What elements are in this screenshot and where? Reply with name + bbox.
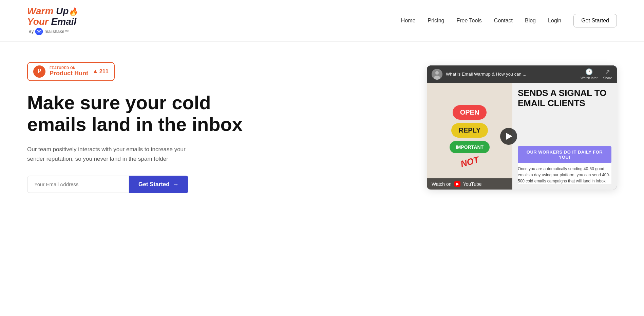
mailshake-label: mailshake™ (44, 29, 69, 34)
play-button[interactable] (500, 128, 517, 145)
svg-rect-0 (35, 28, 43, 35)
youtube-text: YouTube (463, 181, 482, 187)
video-avatar (432, 69, 442, 80)
watch-later-label: Watch later (581, 76, 598, 80)
youtube-logo: ▶ (454, 181, 460, 187)
video-right-bottom: OUR WORKERS DO IT DAILY FOR YOU! Once yo… (518, 146, 611, 184)
header-get-started-button[interactable]: Get Started (573, 14, 617, 27)
mailshake-icon (35, 28, 43, 35)
pill-reply: REPLY (451, 123, 488, 138)
video-top-bar: What is Email Warmup & How you can ... 🕐… (427, 65, 617, 83)
video-right-panel: SENDS A SIGNAL TO EMAIL CLIENTS OUR WORK… (512, 83, 617, 190)
pill-open: OPEN (453, 105, 487, 120)
pill-important: IMPORTANT (450, 141, 490, 153)
video-embed[interactable]: What is Email Warmup & How you can ... 🕐… (427, 65, 617, 190)
youtube-label: Watch on ▶ YouTube (427, 178, 512, 190)
svg-point-3 (434, 76, 440, 80)
hero-right: What is Email Warmup & How you can ... 🕐… (427, 65, 617, 190)
hero-cta-arrow-icon: → (173, 181, 179, 188)
ph-count: ▲ 211 (92, 68, 109, 75)
video-title: What is Email Warmup & How you can ... (446, 72, 581, 77)
hero-cta-label: Get Started (138, 181, 170, 188)
logo-email: Email (49, 16, 76, 27)
workers-description: Once you are automatically sending 40-50… (518, 166, 611, 184)
by-text: By (29, 29, 34, 34)
ph-upvote-arrow-icon: ▲ (92, 68, 98, 75)
logo[interactable]: Warm Up🔥 Your Email By mailshake™ (27, 6, 78, 35)
video-right-heading: SENDS A SIGNAL TO EMAIL CLIENTS (518, 88, 611, 108)
logo-by-line: By mailshake™ (29, 28, 69, 35)
product-hunt-badge[interactable]: P FEATURED ON Product Hunt ▲ 211 (27, 62, 115, 81)
hero-left: P FEATURED ON Product Hunt ▲ 211 Make su… (27, 62, 244, 193)
hero-section: P FEATURED ON Product Hunt ▲ 211 Make su… (0, 42, 644, 220)
logo-your: Your (27, 16, 49, 27)
hero-get-started-button[interactable]: Get Started → (129, 176, 188, 193)
nav-free-tools[interactable]: Free Tools (456, 18, 481, 24)
share-button[interactable]: ↗ Share (603, 68, 612, 80)
svg-point-2 (435, 71, 439, 75)
watch-later-icon: 🕐 (585, 68, 593, 76)
share-icon: ↗ (605, 68, 610, 76)
share-label: Share (603, 76, 612, 80)
product-hunt-text: FEATURED ON Product Hunt (50, 66, 88, 77)
pill-not: NOT (459, 155, 480, 170)
play-triangle-icon (506, 133, 512, 140)
hero-subtext: Our team positively interacts with your … (27, 145, 197, 163)
cta-row: Get Started → (27, 176, 244, 193)
video-thumbnail: OPEN REPLY IMPORTANT NOT SENDS A SIGNAL … (427, 83, 617, 190)
video-top-icons: 🕐 Watch later ↗ Share (581, 68, 612, 80)
product-hunt-icon: P (33, 65, 45, 78)
logo-fire-icon: 🔥 (69, 7, 78, 16)
main-nav: Home Pricing Free Tools Contact Blog Log… (401, 14, 617, 27)
hero-heading: Make sure your cold emails land in the i… (27, 92, 244, 136)
nav-blog[interactable]: Blog (525, 18, 536, 24)
ph-count-number: 211 (99, 68, 109, 75)
nav-contact[interactable]: Contact (494, 18, 513, 24)
logo-up: Up (53, 6, 69, 16)
ph-featured-label: FEATURED ON (50, 66, 88, 70)
header: Warm Up🔥 Your Email By mailshake™ Home P… (0, 0, 644, 42)
video-left-panel: OPEN REPLY IMPORTANT NOT (427, 83, 512, 190)
ph-name-label: Product Hunt (50, 70, 88, 77)
video-bg: OPEN REPLY IMPORTANT NOT SENDS A SIGNAL … (427, 83, 617, 190)
watch-later-button[interactable]: 🕐 Watch later (581, 68, 598, 80)
workers-banner: OUR WORKERS DO IT DAILY FOR YOU! (518, 146, 611, 163)
nav-home[interactable]: Home (401, 18, 416, 24)
watch-on-text: Watch on (432, 181, 452, 187)
logo-warm: Warm (27, 6, 53, 16)
nav-login[interactable]: Login (548, 18, 561, 24)
nav-pricing[interactable]: Pricing (428, 18, 444, 24)
email-input[interactable] (27, 176, 129, 193)
